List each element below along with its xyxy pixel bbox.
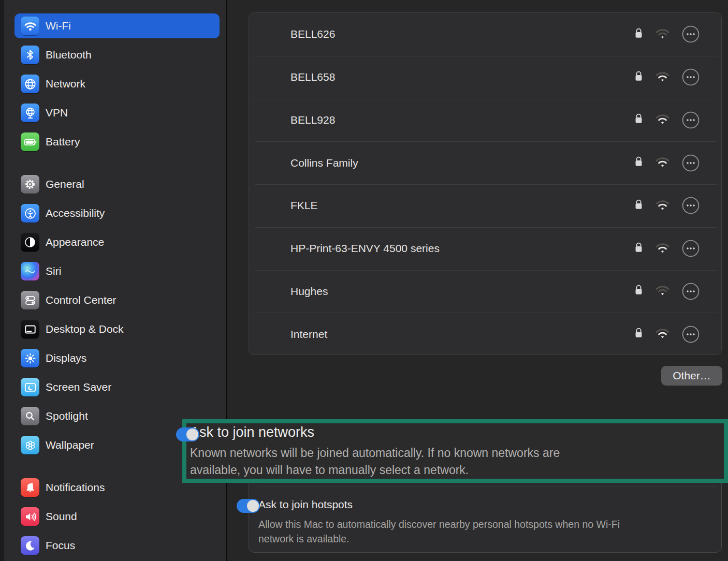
ask-to-join-hotspots-label: Ask to join hotspots — [258, 498, 353, 511]
sidebar-item-label: Network — [46, 78, 85, 90]
vpn-icon — [21, 104, 39, 122]
sidebar-item-screen-saver[interactable]: Screen Saver — [4, 373, 226, 402]
battery-icon — [21, 132, 39, 151]
wifi-signal-icon — [655, 70, 670, 84]
lock-icon — [634, 327, 643, 341]
bluetooth-icon — [21, 46, 39, 64]
sidebar-item-displays[interactable]: Displays — [4, 344, 226, 373]
lock-icon — [634, 156, 643, 170]
network-row-icons — [634, 111, 700, 129]
sidebar-item-battery[interactable]: Battery — [4, 127, 226, 156]
desktop-dock-icon — [21, 320, 39, 338]
network-row-icons — [634, 25, 700, 43]
sidebar-item-desktop-dock[interactable]: Desktop & Dock — [4, 315, 226, 344]
network-row[interactable]: Collins Family — [249, 141, 721, 184]
network-rows: BELL626BELL658BELL928Collins FamilyFKLEH… — [249, 13, 721, 355]
network-row[interactable]: HP-Print-63-ENVY 4500 series — [249, 227, 721, 270]
sidebar-item-label: Wallpaper — [46, 439, 94, 451]
more-options-button[interactable] — [682, 283, 700, 300]
wifi-signal-icon — [655, 113, 670, 127]
lock-icon — [634, 242, 643, 256]
network-row-icons — [634, 154, 700, 172]
more-options-button[interactable] — [682, 326, 700, 343]
lock-icon — [634, 199, 643, 213]
sidebar-item-accessibility[interactable]: Accessibility — [4, 199, 226, 228]
gear-icon — [21, 175, 39, 194]
network-name: BELL928 — [290, 114, 634, 126]
network-row[interactable]: BELL658 — [249, 56, 721, 99]
toggle-knob — [186, 429, 198, 440]
other-network-button[interactable]: Other… — [661, 366, 722, 386]
network-row-icons — [634, 240, 700, 257]
wallpaper-flower-icon — [21, 436, 39, 454]
screen-saver-icon — [21, 378, 39, 396]
ask-to-join-networks-toggle[interactable] — [176, 427, 199, 441]
sidebar-item-control-center[interactable]: Control Center — [4, 286, 226, 315]
more-options-button[interactable] — [682, 240, 700, 257]
network-row-icons — [634, 197, 700, 214]
sidebar-item-label: Spotlight — [46, 410, 88, 422]
network-row[interactable]: Hughes — [249, 270, 721, 313]
more-options-button[interactable] — [682, 68, 700, 86]
displays-sun-icon — [21, 349, 39, 367]
network-row-icons — [634, 283, 700, 300]
network-name: Internet — [290, 328, 634, 341]
network-row[interactable]: Internet — [249, 313, 721, 355]
sidebar-item-appearance[interactable]: Appearance — [4, 228, 226, 257]
sidebar-item-label: Sound — [46, 510, 77, 523]
sidebar-item-label: Battery — [46, 136, 80, 148]
wifi-icon — [21, 17, 39, 35]
network-row[interactable]: BELL626 — [249, 13, 721, 56]
more-options-button[interactable] — [682, 111, 700, 129]
network-name: Hughes — [290, 285, 634, 298]
network-name: FKLE — [290, 199, 634, 212]
wifi-signal-icon — [655, 284, 670, 298]
network-row-icons — [634, 68, 700, 86]
sidebar-item-label: Screen Saver — [46, 381, 111, 393]
more-options-button[interactable] — [682, 197, 700, 214]
sound-speaker-icon — [21, 507, 39, 526]
lock-icon — [634, 113, 643, 127]
notifications-bell-icon — [21, 478, 39, 497]
sidebar-item-label: Notifications — [46, 481, 105, 494]
network-row[interactable]: FKLE — [249, 184, 721, 227]
lock-icon — [634, 27, 643, 41]
control-center-icon — [21, 291, 39, 309]
sidebar-item-general[interactable]: General — [4, 170, 226, 199]
more-options-button[interactable] — [682, 25, 700, 43]
ask-to-join-hotspots-toggle[interactable] — [237, 499, 260, 513]
accessibility-icon — [21, 204, 39, 223]
sidebar-item-label: Siri — [46, 265, 61, 277]
network-row[interactable]: BELL928 — [249, 99, 721, 142]
focus-moon-icon — [21, 536, 39, 555]
network-name: Collins Family — [290, 157, 634, 169]
sidebar-item-sound[interactable]: Sound — [4, 502, 226, 531]
sidebar-item-siri[interactable]: Siri — [4, 257, 226, 286]
sidebar-item-label: Desktop & Dock — [46, 323, 124, 335]
ask-to-join-networks-label: Ask to join networks — [190, 424, 314, 440]
wifi-network-list-panel: BELL626BELL658BELL928Collins FamilyFKLEH… — [249, 12, 722, 355]
wifi-signal-icon — [655, 27, 670, 41]
ask-to-join-hotspots-description: Allow this Mac to automatically discover… — [258, 517, 644, 546]
sidebar-item-focus[interactable]: Focus — [4, 531, 226, 560]
sidebar-item-label: Appearance — [46, 236, 104, 248]
wifi-signal-icon — [655, 199, 670, 213]
sidebar-group-spacer — [4, 156, 226, 170]
annotation-highlight-box: Ask to join networks Known networks will… — [182, 419, 728, 483]
network-globe-icon — [21, 75, 39, 93]
more-options-button[interactable] — [682, 154, 700, 172]
ask-to-join-networks-description: Known networks will be joined automatica… — [190, 445, 612, 479]
network-name: HP-Print-63-ENVY 4500 series — [290, 242, 634, 255]
lock-icon — [634, 70, 643, 84]
sidebar-item-wi-fi[interactable]: Wi-Fi — [4, 11, 226, 40]
toggle-knob — [247, 500, 259, 512]
sidebar-item-network[interactable]: Network — [4, 69, 226, 98]
network-name: BELL626 — [290, 28, 634, 40]
sidebar-item-label: VPN — [46, 107, 68, 119]
spotlight-magnifier-icon — [21, 407, 39, 425]
lock-icon — [634, 284, 643, 298]
row-separator — [257, 486, 718, 486]
sidebar-item-vpn[interactable]: VPN — [4, 98, 226, 127]
sidebar-item-bluetooth[interactable]: Bluetooth — [4, 40, 226, 69]
network-row-icons — [634, 326, 700, 343]
